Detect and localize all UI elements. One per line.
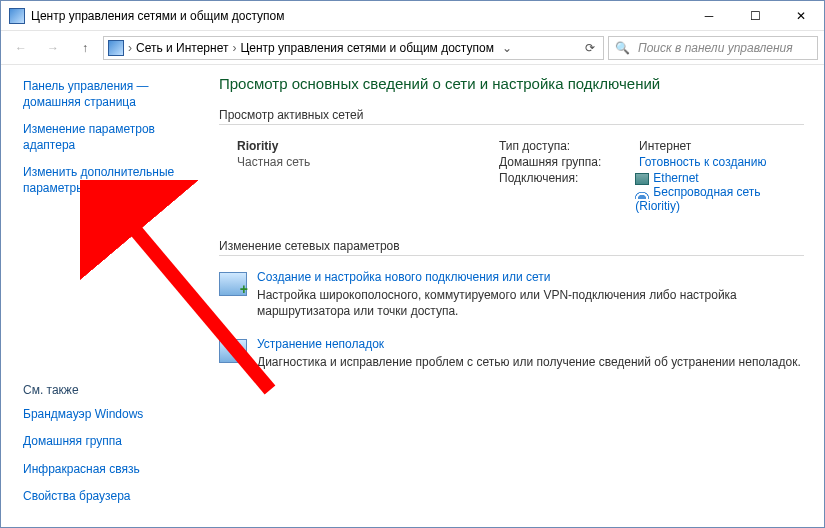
troubleshoot-desc: Диагностика и исправление проблем с сеть… [257,354,801,370]
sidebar-link-home[interactable]: Панель управления — домашняя страница [23,79,189,110]
up-button[interactable]: ↑ [71,35,99,61]
access-type-label: Тип доступа: [499,139,639,153]
ethernet-link[interactable]: Ethernet [653,171,698,185]
main-content: Просмотр основных сведений о сети и наст… [201,65,824,527]
navigation-bar: ← → ↑ › Сеть и Интернет › Центр управлен… [1,31,824,65]
network-name: Rioritiy [237,139,499,153]
close-button[interactable]: ✕ [778,1,824,31]
sidebar-link-homegroup[interactable]: Домашняя группа [23,434,189,450]
ethernet-icon [635,173,649,185]
wifi-icon [635,187,649,199]
network-type: Частная сеть [237,155,499,169]
homegroup-link[interactable]: Готовность к созданию [639,155,766,169]
sidebar-link-advanced-sharing[interactable]: Изменить дополнительные параметры общего… [23,165,189,196]
active-networks-heading: Просмотр активных сетей [219,108,804,125]
minimize-button[interactable]: ─ [686,1,732,31]
connections-label: Подключения: [499,171,635,213]
setup-connection-link[interactable]: Создание и настройка нового подключения … [257,270,551,284]
network-row: Rioritiy Частная сеть Тип доступа: Интер… [219,139,804,215]
sidebar: Панель управления — домашняя страница Из… [1,65,201,527]
sidebar-link-internet-options[interactable]: Свойства браузера [23,489,189,505]
see-also-heading: См. также [23,383,189,397]
chevron-right-icon: › [232,41,236,55]
page-heading: Просмотр основных сведений о сети и наст… [219,75,804,92]
breadcrumb-level2[interactable]: Центр управления сетями и общим доступом [240,41,494,55]
troubleshoot-icon [219,339,247,363]
chevron-right-icon: › [128,41,132,55]
search-icon: 🔍 [615,41,630,55]
app-icon [9,8,25,24]
location-icon [108,40,124,56]
sidebar-link-adapter-settings[interactable]: Изменение параметров адаптера [23,122,189,153]
search-input[interactable] [636,40,811,56]
breadcrumb-level1[interactable]: Сеть и Интернет [136,41,228,55]
setup-connection-desc: Настройка широкополосного, коммутируемог… [257,287,804,319]
back-button[interactable]: ← [7,35,35,61]
change-settings-heading: Изменение сетевых параметров [219,239,804,256]
refresh-button[interactable]: ⟳ [581,41,599,55]
history-dropdown-icon[interactable]: ⌄ [498,41,516,55]
window-title: Центр управления сетями и общим доступом [31,9,686,23]
access-type-value: Интернет [639,139,691,153]
search-box[interactable]: 🔍 [608,36,818,60]
forward-button[interactable]: → [39,35,67,61]
titlebar: Центр управления сетями и общим доступом… [1,1,824,31]
troubleshoot-link[interactable]: Устранение неполадок [257,337,384,351]
action-setup-connection: Создание и настройка нового подключения … [219,270,804,319]
homegroup-label: Домашняя группа: [499,155,639,169]
setup-connection-icon [219,272,247,296]
maximize-button[interactable]: ☐ [732,1,778,31]
sidebar-link-infrared[interactable]: Инфракрасная связь [23,462,189,478]
sidebar-link-firewall[interactable]: Брандмауэр Windows [23,407,189,423]
wifi-link[interactable]: Беспроводная сеть (Rioritiy) [635,185,760,213]
address-bar[interactable]: › Сеть и Интернет › Центр управления сет… [103,36,604,60]
action-troubleshoot: Устранение неполадок Диагностика и испра… [219,337,804,370]
